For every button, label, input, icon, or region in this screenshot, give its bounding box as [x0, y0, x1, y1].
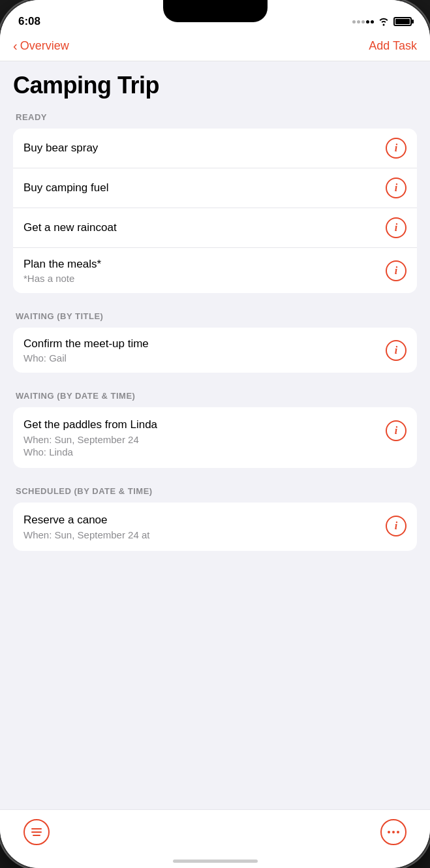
task-item-plan-meals[interactable]: Plan the meals* *Has a note i [13, 248, 417, 293]
more-options-button[interactable] [380, 819, 407, 845]
battery-icon [393, 17, 412, 26]
task-title: Plan the meals* [23, 257, 378, 271]
notch [163, 0, 268, 22]
task-title: Confirm the meet-up time [23, 337, 378, 351]
signal-dot-5 [371, 20, 374, 23]
task-text-buy-bear-spray: Buy bear spray [23, 141, 386, 155]
task-text-confirm-meetup: Confirm the meet-up time Who: Gail [23, 337, 386, 364]
task-subtitle-canoe: When: Sun, September 24 at [23, 529, 378, 540]
signal-dot-3 [361, 20, 365, 23]
task-text-get-paddles: Get the paddles from Linda When: Sun, Se… [23, 418, 386, 457]
wifi-icon [378, 17, 390, 26]
section-header-waiting-date: WAITING (BY DATE & TIME) [13, 391, 417, 401]
menu-button[interactable] [23, 819, 50, 845]
task-title: Buy bear spray [23, 141, 378, 155]
task-subtitle-who: Who: Linda [23, 446, 378, 457]
task-title: Get a new raincoat [23, 221, 378, 235]
nav-bar: ‹ Overview Add Task [0, 34, 430, 61]
task-title: Reserve a canoe [23, 513, 378, 527]
section-header-waiting-title: WAITING (BY TITLE) [13, 311, 417, 321]
task-subtitle-when: When: Sun, September 24 [23, 434, 378, 445]
back-label: Overview [20, 39, 69, 53]
more-dots-icon [388, 831, 399, 833]
dot-1 [388, 831, 390, 833]
home-indicator [173, 860, 258, 863]
menu-icon [31, 828, 42, 836]
task-item-get-raincoat[interactable]: Get a new raincoat i [13, 208, 417, 248]
info-button-get-raincoat[interactable]: i [386, 217, 407, 238]
info-button-buy-bear-spray[interactable]: i [386, 138, 407, 159]
status-time: 6:08 [18, 15, 40, 28]
phone-frame: 6:08 ‹ Overview [0, 0, 430, 868]
task-item-reserve-canoe[interactable]: Reserve a canoe When: Sun, September 24 … [13, 503, 417, 551]
section-waiting-date: WAITING (BY DATE & TIME) Get the paddles… [13, 391, 417, 468]
signal-dot-2 [357, 20, 360, 23]
dot-3 [397, 831, 399, 833]
task-item-buy-bear-spray[interactable]: Buy bear spray i [13, 129, 417, 168]
status-icons [352, 17, 412, 26]
section-header-ready: READY [13, 112, 417, 122]
page-title: Camping Trip [13, 61, 417, 112]
main-content: Camping Trip READY Buy bear spray i Buy … [0, 61, 430, 813]
task-item-get-paddles[interactable]: Get the paddles from Linda When: Sun, Se… [13, 407, 417, 468]
task-text-buy-camping-fuel: Buy camping fuel [23, 181, 386, 195]
section-ready: READY Buy bear spray i Buy camping fuel … [13, 112, 417, 293]
phone-screen: 6:08 ‹ Overview [0, 0, 430, 868]
add-task-button[interactable]: Add Task [369, 39, 417, 53]
back-button[interactable]: ‹ Overview [13, 39, 69, 53]
info-button-buy-camping-fuel[interactable]: i [386, 178, 407, 198]
info-button-get-paddles[interactable]: i [386, 420, 407, 441]
task-item-confirm-meetup[interactable]: Confirm the meet-up time Who: Gail i [13, 328, 417, 373]
section-header-scheduled: SCHEDULED (BY DATE & TIME) [13, 486, 417, 496]
task-text-plan-meals: Plan the meals* *Has a note [23, 257, 386, 284]
task-text-get-raincoat: Get a new raincoat [23, 221, 386, 235]
signal-dot-4 [366, 20, 369, 23]
dot-2 [392, 831, 395, 833]
task-group-waiting-date: Get the paddles from Linda When: Sun, Se… [13, 407, 417, 468]
menu-line-1 [31, 828, 42, 829]
info-button-confirm-meetup[interactable]: i [386, 340, 407, 361]
section-waiting-title: WAITING (BY TITLE) Confirm the meet-up t… [13, 311, 417, 373]
menu-line-2 [31, 831, 42, 833]
task-title: Get the paddles from Linda [23, 418, 378, 432]
battery-fill [395, 19, 410, 24]
section-scheduled: SCHEDULED (BY DATE & TIME) Reserve a can… [13, 486, 417, 551]
back-chevron-icon: ‹ [13, 39, 18, 52]
signal-dot-1 [352, 20, 356, 23]
signal-icon [352, 20, 374, 23]
task-item-buy-camping-fuel[interactable]: Buy camping fuel i [13, 168, 417, 208]
info-button-reserve-canoe[interactable]: i [386, 516, 407, 536]
menu-line-3 [33, 835, 40, 836]
task-group-waiting-title: Confirm the meet-up time Who: Gail i [13, 328, 417, 373]
task-subtitle: Who: Gail [23, 352, 378, 364]
task-subtitle: *Has a note [23, 273, 378, 284]
task-group-ready: Buy bear spray i Buy camping fuel i Get … [13, 129, 417, 293]
task-group-scheduled: Reserve a canoe When: Sun, September 24 … [13, 503, 417, 551]
task-title: Buy camping fuel [23, 181, 378, 195]
info-button-plan-meals[interactable]: i [386, 260, 407, 281]
task-text-reserve-canoe: Reserve a canoe When: Sun, September 24 … [23, 513, 386, 540]
